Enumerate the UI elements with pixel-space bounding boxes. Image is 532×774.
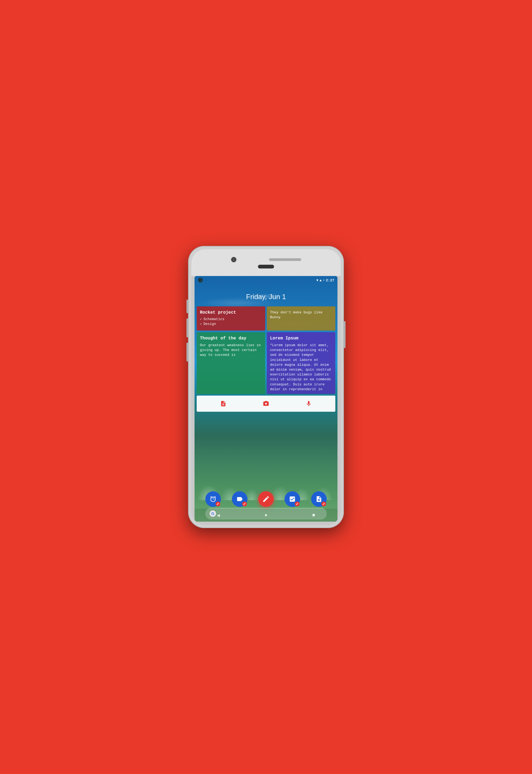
dock-alarm[interactable] bbox=[205, 491, 221, 507]
note-lorem-title: Lorem Ipsum bbox=[270, 336, 332, 341]
quick-doc-icon[interactable] bbox=[218, 399, 228, 409]
dock-label[interactable] bbox=[232, 491, 247, 507]
home-button[interactable]: ● bbox=[265, 513, 268, 518]
dock-edit[interactable] bbox=[258, 491, 274, 507]
dock-edit-circle bbox=[258, 491, 274, 507]
quick-camera-icon[interactable] bbox=[261, 399, 271, 409]
dock-label-badge bbox=[242, 501, 247, 506]
note-rocket[interactable]: Rocket project ✓ Schematics ✓ Design bbox=[197, 306, 265, 331]
vol-down-button[interactable] bbox=[186, 318, 188, 337]
front-camera bbox=[231, 257, 237, 263]
note-rocket-item-2-text: Design bbox=[203, 322, 216, 326]
check-icon-2: ✓ bbox=[200, 322, 202, 326]
vol-up-button[interactable] bbox=[186, 300, 188, 313]
dock-check-badge bbox=[295, 501, 300, 506]
screen: 🌑 ▼ ▲ ⚡ 2:27 Friday, Jun 1 Rocket projec… bbox=[195, 276, 337, 522]
battery-icon: ⚡ bbox=[323, 278, 325, 282]
dock-notes-badge bbox=[321, 501, 326, 506]
note-bunny-body: They don't make bugs like Bunny bbox=[270, 310, 332, 320]
notes-grid: Rocket project ✓ Schematics ✓ Design bbox=[195, 306, 337, 394]
status-moon-icon: 🌑 bbox=[198, 278, 203, 283]
date-display: Friday, Jun 1 bbox=[195, 285, 337, 306]
quick-mic-icon[interactable] bbox=[304, 399, 314, 409]
check-icon-1: ✓ bbox=[200, 317, 202, 321]
power-button[interactable] bbox=[344, 321, 346, 348]
back-button[interactable]: ◀ bbox=[217, 512, 220, 518]
status-bar: 🌑 ▼ ▲ ⚡ 2:27 bbox=[195, 276, 337, 285]
time-display: 2:27 bbox=[326, 278, 334, 282]
status-icons: ▼ ▲ ⚡ 2:27 bbox=[316, 278, 334, 282]
front-sensor bbox=[258, 265, 274, 268]
top-bezel bbox=[191, 249, 341, 276]
note-thought-body: Our greatest weakness lies in giving up.… bbox=[200, 343, 262, 358]
note-bunny[interactable]: They don't make bugs like Bunny bbox=[267, 306, 335, 331]
phone-inner: 🌑 ▼ ▲ ⚡ 2:27 Friday, Jun 1 Rocket projec… bbox=[191, 249, 341, 525]
dock-alarm-badge bbox=[215, 501, 220, 506]
signal-icon: ▲ bbox=[319, 278, 322, 282]
note-rocket-item-1: ✓ Schematics bbox=[200, 317, 262, 321]
note-rocket-title: Rocket project bbox=[200, 310, 262, 315]
note-lorem-body: "Lorem ipsum dolor sit amet, consectetur… bbox=[270, 343, 332, 392]
vol-extra-button[interactable] bbox=[186, 343, 188, 361]
dock-notes[interactable] bbox=[311, 491, 327, 507]
earpiece-speaker bbox=[269, 258, 301, 261]
nav-bar: ◀ ● ■ bbox=[195, 509, 337, 522]
note-lorem[interactable]: Lorem Ipsum "Lorem ipsum dolor sit amet,… bbox=[267, 332, 335, 394]
note-rocket-item-2: ✓ Design bbox=[200, 322, 262, 326]
quick-add-bar bbox=[197, 396, 335, 412]
note-rocket-list: ✓ Schematics ✓ Design bbox=[200, 317, 262, 326]
dock-check[interactable] bbox=[285, 491, 300, 507]
note-thought-title: Thought of the day bbox=[200, 336, 262, 341]
note-rocket-item-1-text: Schematics bbox=[203, 317, 224, 321]
phone-frame: 🌑 ▼ ▲ ⚡ 2:27 Friday, Jun 1 Rocket projec… bbox=[188, 246, 344, 528]
bottom-dock bbox=[195, 491, 337, 507]
wifi-icon: ▼ bbox=[316, 278, 318, 282]
recents-button[interactable]: ■ bbox=[312, 513, 315, 518]
note-thought[interactable]: Thought of the day Our greatest weakness… bbox=[197, 332, 265, 394]
